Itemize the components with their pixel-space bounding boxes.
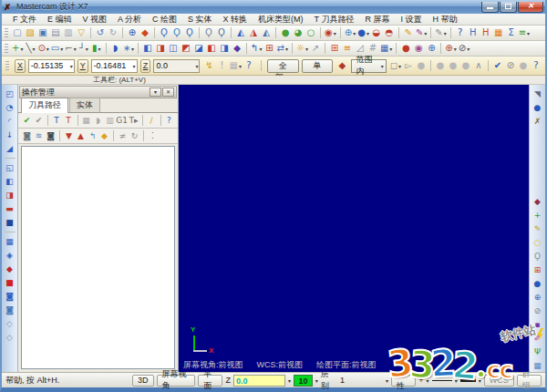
whats-this-icon[interactable]: ?: [454, 26, 467, 40]
hide-toolpath-icon[interactable]: ≠: [117, 129, 129, 142]
selection-hammer-icon[interactable]: ◆: [335, 59, 348, 73]
status-attributes-button[interactable]: 属性: [391, 375, 416, 387]
status-3d-button[interactable]: 3D: [132, 375, 154, 387]
ops-help-icon[interactable]: ?: [163, 114, 175, 127]
wcs-sphere-icon[interactable]: ●▾: [356, 26, 370, 40]
dropdown-caret[interactable]: ▾: [259, 46, 262, 52]
xform-translate-icon[interactable]: ◧: [141, 42, 154, 56]
solid-fillet-icon[interactable]: ◢: [4, 142, 16, 155]
planes-globe-icon[interactable]: ⊕▾: [344, 26, 356, 40]
selection-range-dropdown[interactable]: 范围内▾: [351, 59, 386, 73]
no-regen-icon[interactable]: ↻: [129, 129, 140, 142]
panel-tab[interactable]: 实体: [69, 98, 100, 112]
red-grid-icon[interactable]: ⊞: [532, 263, 544, 276]
solid-red-block-icon[interactable]: ■: [4, 276, 16, 289]
select-entity-cursor-icon[interactable]: ◥: [532, 88, 544, 100]
menu-item[interactable]: I 设置: [395, 14, 427, 26]
toolbar-grip[interactable]: [5, 61, 9, 71]
z-coordinate-button[interactable]: Z: [140, 59, 151, 73]
undelete-red-icon[interactable]: ◓: [383, 26, 396, 40]
dropdown-caret[interactable]: ▾: [86, 46, 88, 52]
unzoom-icon[interactable]: Ϙ: [202, 26, 215, 40]
xform-offset-icon[interactable]: ◧: [205, 42, 218, 56]
function-h-icon[interactable]: H: [480, 26, 492, 40]
dropdown-caret[interactable]: ▾: [424, 30, 427, 36]
spline-bird-icon[interactable]: ◗: [109, 42, 122, 56]
wire-globe-icon[interactable]: ⊕: [532, 291, 544, 304]
xform-scale-icon[interactable]: ◪: [192, 42, 205, 56]
cursor-exclaim-icon[interactable]: !: [215, 59, 228, 73]
yellow-ring-icon[interactable]: ○: [532, 236, 544, 249]
red-fin-icon[interactable]: ◆: [532, 195, 544, 208]
operations-list[interactable]: [21, 146, 175, 369]
solid-draft-icon[interactable]: ◙: [4, 290, 16, 303]
globe-grid-icon[interactable]: ⊕: [425, 42, 438, 56]
select-solid-icon[interactable]: ●: [447, 59, 459, 73]
fastpoint-lightning-icon[interactable]: ↯: [202, 59, 215, 73]
purple-chip-icon[interactable]: ▪: [532, 318, 544, 331]
select-rollup-icon[interactable]: ∧: [472, 59, 485, 73]
shade-flower-icon[interactable]: ◉: [412, 42, 425, 56]
select-help-icon[interactable]: ?: [530, 59, 542, 73]
dropdown-caret[interactable]: ▾: [46, 46, 49, 52]
solid-trim-icon[interactable]: ◨: [4, 189, 16, 201]
move-down-icon[interactable]: ▼: [63, 129, 75, 142]
dropdown-caret[interactable]: ▾: [467, 46, 470, 52]
zoom-dynamic-icon[interactable]: Ϙ: [215, 26, 228, 40]
scan-diamond-icon[interactable]: ◆: [98, 129, 110, 142]
x-coordinate-button[interactable]: X: [15, 59, 26, 73]
pencil-edit-icon[interactable]: ✎: [532, 222, 544, 235]
dropdown-caret[interactable]: ▾: [131, 46, 134, 52]
dropdown-caret[interactable]: ▾: [239, 63, 242, 69]
select-single-button[interactable]: 单一...: [302, 59, 334, 73]
dropdown-caret[interactable]: ▾: [389, 46, 392, 52]
create-cylinder-icon[interactable]: ▮▾: [90, 42, 103, 56]
graphics-canvas[interactable]: Y X 屏幕视角:前视图 WCS:前视图 绘图平面:前视图: [179, 85, 529, 372]
y-coordinate-button[interactable]: Y: [77, 59, 88, 73]
panel-tab[interactable]: 刀具路径: [21, 98, 68, 113]
dropdown-caret[interactable]: ▾: [98, 46, 100, 52]
copy-image-icon[interactable]: ▥: [62, 26, 75, 40]
regen-all-icon[interactable]: T: [63, 114, 75, 127]
solid-chamfer-icon[interactable]: ◱: [4, 161, 16, 174]
maximize-button[interactable]: [500, 2, 517, 13]
solid-find-icon[interactable]: ◈: [4, 249, 16, 262]
status-gview-button[interactable]: 屏幕视角: [157, 375, 196, 387]
convert-funnel-icon[interactable]: ▽: [75, 26, 88, 40]
help-contents-icon[interactable]: H: [467, 26, 480, 40]
redo-icon[interactable]: ↻: [107, 26, 119, 40]
dropdown-caret[interactable]: ▾: [426, 377, 428, 384]
select-result-icon[interactable]: ●: [415, 59, 428, 73]
solid-red-star-icon[interactable]: ◆: [4, 263, 16, 275]
repaint-icon[interactable]: ◮: [247, 26, 260, 40]
menu-item[interactable]: E 编辑: [42, 14, 77, 26]
magenta-pen-icon[interactable]: ✐: [532, 332, 544, 345]
edit-slash-icon[interactable]: ∕: [146, 114, 158, 127]
dots-icon[interactable]: ⁚: [147, 129, 159, 142]
no-shade-icon[interactable]: ⊘▾: [458, 42, 470, 56]
backplot-icon[interactable]: ▦: [80, 114, 92, 127]
dropdown-caret[interactable]: ▾: [527, 30, 530, 36]
magnify-icon[interactable]: Ϙ: [532, 250, 544, 263]
sphere-view-icon[interactable]: ●: [532, 101, 544, 114]
menu-item[interactable]: S 实体: [182, 14, 218, 26]
clear-colors-pencil-icon[interactable]: ✎▾: [434, 26, 447, 40]
rotate-globe-icon[interactable]: ⊕▾: [444, 42, 457, 56]
xform-rotate-icon[interactable]: ◩: [180, 42, 192, 56]
planes-manager-icon[interactable]: ⊞: [328, 42, 341, 56]
delete-entities-icon[interactable]: ◆: [139, 26, 151, 40]
dropdown-caret[interactable]: ▾: [20, 46, 23, 52]
levels-manager-icon[interactable]: ≡: [341, 42, 354, 56]
select-window-icon[interactable]: ◻▾: [389, 59, 402, 73]
dropdown-caret[interactable]: ▾: [386, 377, 388, 384]
fit-screen-icon[interactable]: ◭: [234, 26, 247, 40]
create-rectangle-icon[interactable]: ▭▾: [50, 42, 64, 56]
dropdown-caret[interactable]: ▾: [32, 46, 35, 52]
new-file-icon[interactable]: ▢: [11, 26, 24, 40]
dropdown-caret[interactable]: ▾: [288, 377, 291, 384]
select-all-ops-icon[interactable]: ✔: [21, 114, 33, 127]
print-icon[interactable]: ▤: [49, 26, 62, 40]
dropdown-caret[interactable]: ▾: [305, 46, 308, 52]
status-group-button[interactable]: 群组: [517, 375, 542, 387]
menu-item[interactable]: V 视图: [77, 14, 113, 26]
